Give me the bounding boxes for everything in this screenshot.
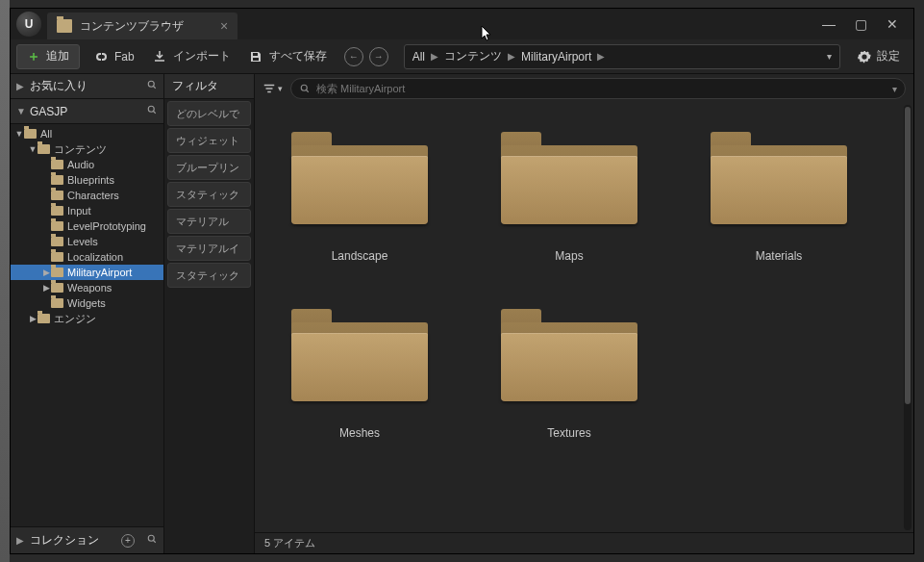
sort-button[interactable]: ▾ (262, 82, 283, 95)
tree-item-widgets[interactable]: Widgets (11, 295, 163, 311)
tree-item-コンテンツ[interactable]: ▼コンテンツ (11, 141, 163, 157)
maximize-button[interactable]: ▢ (855, 16, 867, 32)
titlebar: U コンテンツブラウザ × — ▢ ✕ (11, 9, 913, 39)
tree-item-localization[interactable]: Localization (11, 249, 163, 265)
breadcrumb-dropdown[interactable]: ▾ (827, 51, 832, 62)
save-all-button[interactable]: すべて保存 (244, 48, 331, 64)
tree-item-label: Weapons (67, 282, 112, 294)
collections-label: コレクション (30, 532, 115, 549)
close-button[interactable]: ✕ (887, 16, 898, 32)
crumb-militaryairport[interactable]: MilitaryAirport (521, 50, 591, 64)
tree-item-label: LevelPrototyping (67, 220, 146, 232)
search-icon[interactable] (146, 104, 158, 118)
import-button[interactable]: インポート (148, 48, 235, 64)
search-box[interactable]: ▾ (290, 78, 906, 99)
asset-folder-meshes[interactable]: Meshes (255, 301, 464, 440)
favorites-label: お気に入り (30, 78, 142, 94)
fab-button[interactable]: Fab (89, 49, 138, 64)
filter-item[interactable]: ウィジェット (167, 128, 251, 153)
folder-icon (501, 301, 637, 401)
minimize-button[interactable]: — (822, 16, 836, 32)
breadcrumb[interactable]: All ▶ コンテンツ ▶ MilitaryAirport ▶ ▾ (404, 44, 840, 69)
asset-folder-textures[interactable]: Textures (464, 301, 674, 440)
link-icon (93, 49, 109, 64)
asset-label: Maps (555, 249, 583, 263)
asset-folder-landscape[interactable]: Landscape (255, 124, 464, 263)
tree-item-label: Blueprints (67, 174, 114, 186)
search-icon[interactable] (146, 79, 158, 93)
tree-item-label: Audio (67, 159, 94, 170)
folder-tree: ▼All▼コンテンツAudioBlueprintsCharactersInput… (11, 124, 163, 526)
import-icon (152, 49, 167, 64)
settings-button[interactable]: 設定 (858, 48, 900, 64)
filter-item[interactable]: マテリアルイ (167, 236, 251, 261)
folder-icon (51, 191, 63, 200)
search-dropdown[interactable]: ▾ (892, 84, 897, 94)
filter-item[interactable]: ブループリン (167, 155, 251, 180)
toolbar: ＋ 追加 Fab インポート すべて保存 ← → All ▶ コンテンツ ▶ M… (11, 39, 913, 74)
chevron-right-icon: ▶ (41, 268, 51, 277)
project-header[interactable]: ▼ GASJP (11, 99, 163, 124)
project-label: GASJP (30, 105, 142, 118)
filter-item[interactable]: マテリアル (167, 209, 251, 234)
tree-item-weapons[interactable]: ▶Weapons (11, 280, 163, 295)
nav-back-button[interactable]: ← (344, 47, 363, 66)
add-collection-icon[interactable]: + (121, 534, 135, 548)
filter-item[interactable]: スタティック (167, 263, 251, 288)
asset-label: Meshes (339, 426, 380, 440)
scroll-thumb[interactable] (905, 107, 911, 404)
asset-grid: Landscape Maps Materials Meshes Textures (255, 103, 913, 440)
tree-item-label: Widgets (67, 297, 106, 309)
tree-item-levels[interactable]: Levels (11, 234, 163, 249)
scrollbar[interactable] (904, 105, 912, 530)
folder-icon (51, 252, 63, 262)
filter-item[interactable]: どのレベルで (167, 101, 251, 126)
chevron-right-icon: ▶ (431, 51, 438, 62)
nav-forward-button[interactable]: → (369, 47, 388, 66)
tree-item-audio[interactable]: Audio (11, 157, 163, 172)
asset-label: Landscape (332, 249, 388, 263)
svg-point-1 (148, 106, 154, 112)
tab-title: コンテンツブラウザ (80, 18, 184, 35)
tree-item-all[interactable]: ▼All (11, 126, 163, 141)
crumb-content[interactable]: コンテンツ (444, 48, 502, 64)
tree-item-characters[interactable]: Characters (11, 188, 163, 203)
search-input[interactable] (316, 83, 887, 94)
chevron-right-icon: ▶ (16, 535, 24, 546)
chevron-right-icon: ▶ (41, 283, 51, 293)
close-tab-icon[interactable]: × (220, 18, 228, 34)
tree-item-label: Localization (67, 251, 123, 263)
search-icon (299, 83, 311, 94)
tree-item-levelprototyping[interactable]: LevelPrototyping (11, 218, 163, 234)
tree-item-エンジン[interactable]: ▶エンジン (11, 311, 163, 326)
filter-column: フィルタ どのレベルでウィジェットブループリンスタティックマテリアルマテリアルイ… (164, 74, 255, 553)
fab-label: Fab (114, 50, 135, 64)
save-icon (248, 49, 263, 64)
item-count: 5 アイテム (264, 536, 315, 550)
chevron-down-icon: ▼ (16, 106, 26, 116)
add-button[interactable]: ＋ 追加 (16, 44, 80, 69)
tree-item-input[interactable]: Input (11, 203, 163, 218)
favorites-header[interactable]: ▶ お気に入り (11, 74, 163, 99)
folder-icon (711, 124, 847, 224)
settings-label: 設定 (877, 48, 900, 64)
window-tab[interactable]: コンテンツブラウザ × (47, 13, 237, 39)
tree-item-blueprints[interactable]: Blueprints (11, 172, 163, 188)
tree-item-militaryairport[interactable]: ▶MilitaryAirport (11, 265, 163, 280)
tree-item-label: All (40, 128, 52, 140)
filter-header: フィルタ (164, 74, 254, 99)
search-icon[interactable] (146, 533, 158, 548)
unreal-logo: U (16, 12, 41, 37)
collections-header[interactable]: ▶ コレクション + (11, 526, 163, 553)
asset-folder-maps[interactable]: Maps (464, 124, 674, 263)
chevron-down-icon: ▼ (28, 144, 37, 154)
add-label: 追加 (46, 48, 69, 64)
folder-icon (37, 144, 50, 154)
chevron-right-icon: ▶ (16, 81, 26, 91)
crumb-all[interactable]: All (412, 50, 425, 64)
filter-item[interactable]: スタティック (167, 182, 251, 207)
tree-item-label: Input (67, 205, 90, 217)
asset-folder-materials[interactable]: Materials (674, 124, 884, 263)
sidebar: ▶ お気に入り ▼ GASJP ▼All▼コンテンツAudioBlueprint… (11, 74, 164, 553)
folder-icon (24, 129, 37, 139)
